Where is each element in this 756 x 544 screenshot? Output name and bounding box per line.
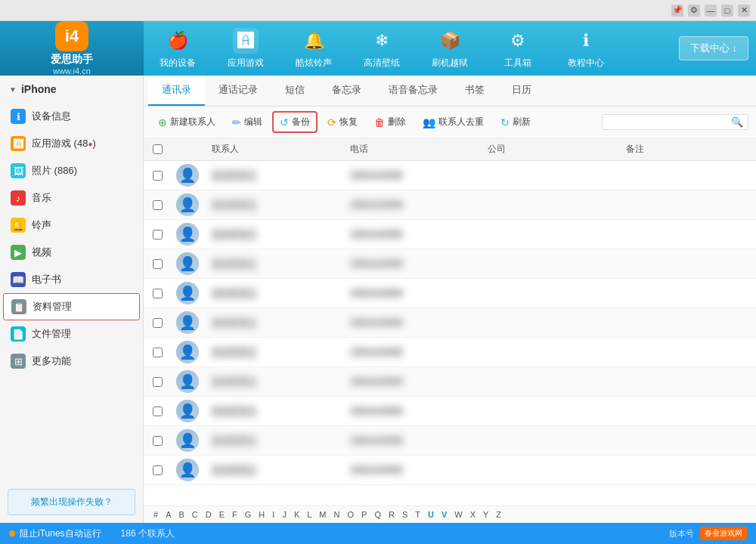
- table-row[interactable]: 👤 姓名联系人 138xxxx9999: [144, 190, 756, 220]
- table-row[interactable]: 👤 姓名联系人 138xxxx9999: [144, 308, 756, 338]
- row-checkbox[interactable]: [153, 230, 163, 240]
- row-checkbox[interactable]: [153, 406, 163, 416]
- close-button[interactable]: ✕: [738, 5, 750, 17]
- contact-name: 姓名联系人: [204, 317, 342, 329]
- sidebar-item-file-mgmt[interactable]: 📄 文件管理: [0, 320, 143, 348]
- tab-sms[interactable]: 短信: [271, 76, 318, 106]
- sidebar-item-music[interactable]: ♪ 音乐: [0, 184, 143, 212]
- tab-contacts[interactable]: 通讯录: [148, 76, 205, 106]
- avatar: 👤: [176, 252, 199, 275]
- alpha-char[interactable]: Y: [481, 509, 491, 520]
- table-row[interactable]: 👤 姓名联系人 138xxxx9999: [144, 397, 756, 426]
- tutorials-icon: ℹ: [573, 28, 599, 54]
- settings-button[interactable]: ⚙: [688, 5, 700, 17]
- alpha-char[interactable]: X: [468, 509, 478, 520]
- ringtones-icon: 🔔: [301, 28, 327, 54]
- alpha-char[interactable]: D: [203, 509, 214, 520]
- alpha-char[interactable]: C: [190, 509, 200, 520]
- content-area: 通讯录 通话记录 短信 备忘录 语音备忘录 书签 日历 ⊕ 新建联系人 ✏ 编辑…: [144, 76, 756, 523]
- alpha-char[interactable]: Z: [494, 509, 503, 520]
- refresh-label: 刷新: [513, 116, 531, 128]
- alpha-char[interactable]: U: [426, 509, 436, 520]
- sidebar-item-video[interactable]: ▶ 视频: [0, 239, 143, 266]
- sidebar-item-more[interactable]: ⊞ 更多功能: [0, 348, 143, 375]
- alpha-char[interactable]: M: [317, 509, 328, 520]
- nav-tools[interactable]: ⚙ 工具箱: [484, 21, 552, 76]
- alpha-char[interactable]: O: [345, 509, 356, 520]
- table-row[interactable]: 👤 姓名联系人 138xxxx9999: [144, 161, 756, 190]
- nav-apps[interactable]: 🅰 应用游戏: [212, 21, 280, 76]
- select-all-checkbox[interactable]: [153, 144, 163, 154]
- refresh-button[interactable]: ↻ 刷新: [494, 112, 538, 132]
- minimize-button[interactable]: —: [705, 5, 717, 17]
- row-checkbox[interactable]: [153, 200, 163, 210]
- tab-bookmarks[interactable]: 书签: [451, 76, 498, 106]
- nav-jailbreak[interactable]: 📦 刷机越狱: [416, 21, 484, 76]
- alpha-char[interactable]: Q: [372, 509, 383, 520]
- nav-tutorials[interactable]: ℹ 教程中心: [552, 21, 620, 76]
- sidebar-item-data-mgmt[interactable]: 📋 资料管理: [3, 293, 140, 320]
- row-checkbox[interactable]: [153, 377, 163, 387]
- download-button[interactable]: 下载中心 ↓: [679, 36, 748, 60]
- table-row[interactable]: 👤 姓名联系人 138xxxx9999: [144, 426, 756, 456]
- row-checkbox[interactable]: [153, 436, 163, 446]
- sidebar-item-ebooks[interactable]: 📖 电子书: [0, 266, 143, 293]
- nav-my-device[interactable]: 🍎 我的设备: [144, 21, 212, 76]
- sidebar-item-photos[interactable]: 🖼 照片 (886): [0, 157, 143, 184]
- sidebar-item-apps[interactable]: 🅰 应用游戏 (48●): [0, 130, 143, 157]
- troubleshoot-button[interactable]: 频繁出现操作失败？: [8, 489, 135, 515]
- alpha-char[interactable]: T: [413, 509, 423, 520]
- alpha-char[interactable]: F: [230, 509, 240, 520]
- alpha-char[interactable]: H: [256, 509, 267, 520]
- alpha-char[interactable]: V: [439, 509, 449, 520]
- table-row[interactable]: 👤 姓名联系人 138xxxx9999: [144, 367, 756, 397]
- pin-button[interactable]: 📌: [671, 5, 683, 17]
- nav-wallpaper[interactable]: ❄ 高清壁纸: [348, 21, 416, 76]
- table-row[interactable]: 👤 姓名联系人 138xxxx9999: [144, 220, 756, 249]
- alpha-char[interactable]: K: [292, 509, 302, 520]
- game-badge[interactable]: 春蚕游戏网: [700, 527, 747, 540]
- backup-button[interactable]: ↺ 备份: [272, 111, 318, 133]
- delete-label: 删除: [388, 116, 406, 128]
- tab-notes[interactable]: 备忘录: [318, 76, 375, 106]
- sidebar-item-device-info[interactable]: ℹ 设备信息: [0, 103, 143, 130]
- alpha-char[interactable]: N: [332, 509, 342, 520]
- alpha-char[interactable]: J: [280, 509, 289, 520]
- alpha-char[interactable]: E: [217, 509, 227, 520]
- delete-button[interactable]: 🗑 删除: [367, 112, 413, 132]
- nav-ringtones[interactable]: 🔔 酷炫铃声: [280, 21, 348, 76]
- restore-button[interactable]: ⟳ 恢复: [321, 112, 364, 132]
- alpha-char[interactable]: A: [163, 509, 173, 520]
- row-checkbox[interactable]: [153, 289, 163, 298]
- alpha-char[interactable]: P: [359, 509, 369, 520]
- table-row[interactable]: 👤 姓名联系人 138xxxx9999: [144, 279, 756, 308]
- alpha-char[interactable]: I: [270, 509, 277, 520]
- stop-itunes-label[interactable]: 阻止iTunes自动运行: [20, 527, 101, 540]
- alpha-char[interactable]: W: [452, 509, 464, 520]
- tab-calendar[interactable]: 日历: [498, 76, 545, 106]
- file-mgmt-icon: 📄: [11, 326, 26, 342]
- alpha-char[interactable]: #: [151, 509, 160, 520]
- search-input[interactable]: [607, 117, 728, 128]
- tab-voice-notes[interactable]: 语音备忘录: [375, 76, 451, 106]
- edit-button[interactable]: ✏ 编辑: [225, 112, 269, 132]
- alpha-char[interactable]: S: [400, 509, 410, 520]
- alpha-char[interactable]: L: [305, 509, 314, 520]
- alpha-char[interactable]: R: [386, 509, 397, 520]
- maximize-button[interactable]: □: [721, 5, 733, 17]
- table-row[interactable]: 👤 姓名联系人 138xxxx9999: [144, 249, 756, 279]
- table-row[interactable]: 👤 姓名联系人 138xxxx9999: [144, 338, 756, 367]
- row-checkbox[interactable]: [153, 318, 163, 328]
- new-contact-button[interactable]: ⊕ 新建联系人: [151, 112, 222, 132]
- row-checkbox[interactable]: [153, 465, 163, 475]
- sidebar-item-ringtones[interactable]: 🔔 铃声: [0, 212, 143, 239]
- row-checkbox[interactable]: [153, 171, 163, 181]
- merge-button[interactable]: 👥 联系人去重: [416, 112, 491, 132]
- row-checkbox[interactable]: [153, 348, 163, 357]
- alpha-char[interactable]: G: [243, 509, 254, 520]
- row-checkbox[interactable]: [153, 259, 163, 269]
- alpha-char[interactable]: B: [176, 509, 186, 520]
- table-row[interactable]: 👤 姓名联系人 138xxxx9999: [144, 456, 756, 485]
- tab-call-log[interactable]: 通话记录: [205, 76, 271, 106]
- collapse-icon[interactable]: ▼: [9, 85, 17, 94]
